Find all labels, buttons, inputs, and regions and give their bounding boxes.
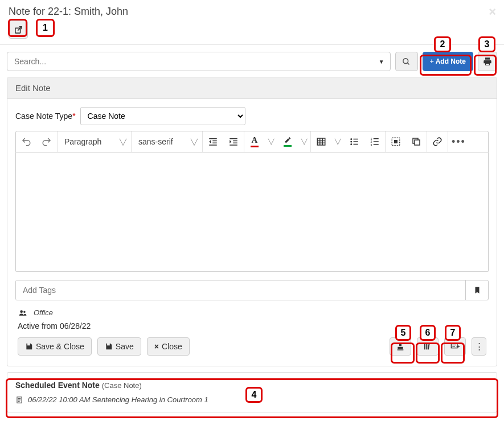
redo-icon — [42, 137, 52, 147]
chevron-down-icon: ╲╱ — [301, 139, 307, 145]
save-icon — [25, 342, 33, 350]
save-close-button[interactable]: Save & Close — [18, 337, 92, 356]
highlight-color-swatch — [284, 145, 292, 147]
more-button[interactable]: ••• — [448, 131, 469, 152]
copy-button[interactable] — [406, 131, 427, 152]
svg-rect-13 — [374, 141, 379, 142]
tags-input[interactable] — [16, 280, 465, 300]
bullet-list-button[interactable] — [344, 131, 364, 152]
editor-body[interactable] — [15, 152, 489, 272]
search-input-wrap[interactable]: ▼ — [7, 52, 391, 71]
cancel-close-button[interactable]: × Close — [147, 337, 190, 356]
numbered-list-button[interactable]: 123 — [364, 131, 385, 152]
event-note-text: 06/22/22 10:00 AM Sentencing Hearing in … — [28, 395, 208, 404]
kebab-icon: ⋮ — [475, 344, 483, 349]
chevron-down-icon: ╲╱ — [335, 139, 341, 145]
font-color-swatch — [251, 146, 259, 147]
people-icon — [18, 309, 28, 317]
outdent-button[interactable] — [203, 131, 223, 152]
editor-toolbar: Paragraph ╲╱ sans-serif ╲╱ A — [15, 131, 489, 152]
highlight-icon — [284, 137, 292, 144]
bookmark-button[interactable] — [465, 280, 488, 300]
svg-point-3 — [350, 138, 352, 140]
add-note-button[interactable]: + Add Note — [423, 52, 473, 71]
print-icon — [483, 57, 492, 66]
paragraph-format-select[interactable]: Paragraph ╲╱ — [58, 131, 132, 152]
case-note-type-label: Case Note Type* — [15, 112, 76, 121]
svg-point-4 — [350, 141, 352, 143]
library-button[interactable] — [417, 337, 439, 356]
outdent-icon — [208, 137, 218, 147]
svg-rect-21 — [426, 344, 427, 350]
svg-rect-23 — [451, 344, 457, 348]
numbered-list-icon: 123 — [370, 137, 380, 147]
save-icon — [105, 342, 113, 350]
dropdown-caret-icon[interactable]: ▼ — [379, 59, 384, 65]
svg-rect-2 — [317, 138, 325, 145]
office-label: Office — [34, 308, 53, 317]
svg-rect-22 — [428, 344, 430, 349]
highlight-dropdown[interactable]: ╲╱ — [298, 131, 310, 152]
bullet-list-icon — [349, 137, 359, 147]
svg-point-1 — [403, 58, 408, 63]
copy-icon — [411, 137, 421, 147]
indent-button[interactable] — [223, 131, 244, 152]
link-icon — [432, 137, 442, 147]
chevron-down-icon: ╲╱ — [191, 139, 198, 145]
indent-icon — [228, 137, 239, 147]
insert-text-icon — [450, 342, 460, 351]
event-note-panel: Scheduled Event Note (Case Note) 06/22/2… — [7, 372, 497, 412]
undo-icon — [21, 137, 31, 147]
select-all-icon — [391, 137, 401, 147]
svg-rect-6 — [354, 139, 358, 140]
table-dropdown[interactable]: ╲╱ — [331, 131, 344, 152]
chevron-down-icon: ╲╱ — [120, 139, 126, 145]
chevron-down-icon: ╲╱ — [268, 139, 274, 145]
document-icon — [15, 396, 23, 404]
bookmark-icon — [473, 286, 481, 295]
svg-point-5 — [350, 143, 352, 145]
font-family-select[interactable]: sans-serif ╲╱ — [132, 131, 203, 152]
svg-point-18 — [20, 310, 23, 313]
panel-title: Edit Note — [7, 77, 497, 99]
save-button[interactable]: Save — [97, 337, 141, 356]
font-color-button[interactable]: A — [244, 131, 265, 152]
popout-icon — [14, 26, 23, 34]
table-button[interactable] — [311, 131, 331, 152]
close-icon[interactable]: × — [489, 5, 496, 19]
svg-text:3: 3 — [371, 143, 372, 147]
search-button[interactable] — [395, 52, 418, 71]
print-button[interactable] — [478, 52, 497, 71]
stamp-button[interactable] — [390, 337, 411, 356]
font-color-dropdown[interactable]: ╲╱ — [265, 131, 277, 152]
undo-button[interactable] — [16, 131, 36, 152]
search-input[interactable] — [7, 53, 390, 69]
svg-rect-14 — [374, 145, 379, 146]
svg-rect-20 — [424, 344, 425, 350]
link-button[interactable] — [427, 131, 448, 152]
paragraph-format-label: Paragraph — [64, 137, 101, 146]
svg-rect-12 — [374, 138, 379, 139]
status-text: Active from 06/28/22 — [15, 319, 489, 337]
svg-rect-17 — [415, 140, 420, 145]
stamp-icon — [396, 341, 405, 352]
svg-rect-7 — [354, 141, 358, 142]
search-icon — [402, 57, 411, 66]
svg-point-19 — [23, 311, 26, 313]
case-note-type-select[interactable]: Case Note — [80, 107, 245, 125]
redo-button[interactable] — [36, 131, 57, 152]
popout-button[interactable] — [9, 20, 28, 39]
books-icon — [423, 341, 432, 352]
insert-template-button[interactable] — [444, 337, 466, 356]
svg-rect-8 — [354, 144, 358, 145]
dialog-title: Note for 22-1: Smith, John — [9, 6, 495, 18]
more-actions-button[interactable]: ⋮ — [472, 337, 486, 356]
highlight-button[interactable] — [277, 131, 298, 152]
table-icon — [316, 137, 326, 147]
select-all-button[interactable] — [386, 131, 406, 152]
event-note-title: Scheduled Event Note (Case Note) — [15, 381, 489, 390]
svg-rect-16 — [394, 140, 398, 143]
font-family-label: sans-serif — [138, 137, 173, 146]
